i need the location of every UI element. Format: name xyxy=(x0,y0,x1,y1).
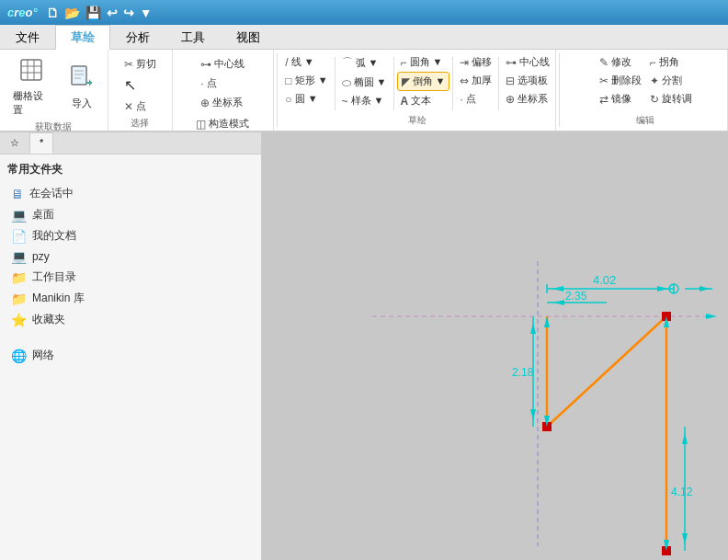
panel-item-pzy[interactable]: 💻 pzy xyxy=(7,246,254,267)
svg-text:2.35: 2.35 xyxy=(565,290,587,303)
group-label-edit: 编辑 xyxy=(568,114,722,129)
workdir-icon: 📁 xyxy=(11,270,27,285)
sketch-div3 xyxy=(452,57,453,110)
ellipse-button[interactable]: ⬭椭圆 ▼ xyxy=(338,74,391,91)
sketch-div2 xyxy=(393,57,394,110)
sketch-col-2: ⌒弧 ▼ ⬭椭圆 ▼ ~样条 ▼ xyxy=(338,53,391,109)
group-edit: ✎修改 ✂删除段 ⇄镜像 ⌐拐角 ✦分割 ↻旋转调 编辑 xyxy=(563,50,728,131)
sketch-col-4: ⇥偏移 ⇔加厚 ·点 xyxy=(456,53,495,108)
coordinate-button[interactable]: ⊕坐标系 xyxy=(197,94,246,111)
option-panel-button[interactable]: ⊟选项板 xyxy=(502,72,553,89)
tab-file[interactable]: 文件 xyxy=(0,25,55,50)
main-area: ☆ * 常用文件夹 🖥 在会话中 💻 桌面 📄 我的文档 💻 pzy 📁 xyxy=(0,132,728,560)
manikin-icon: 📁 xyxy=(11,291,27,306)
open-icon[interactable]: 📂 xyxy=(64,6,80,20)
cross-select-button[interactable]: ✕点 xyxy=(120,97,150,115)
mirror-button[interactable]: ⇄镜像 xyxy=(596,90,635,108)
redo-icon[interactable]: ↪ xyxy=(123,6,134,20)
select-arrow-button[interactable]: ↖ xyxy=(120,74,140,96)
ribbon: 栅格设置 导入 获取数据 ✂ xyxy=(0,50,728,132)
panel-section-title: 常用文件夹 xyxy=(7,162,254,177)
group-get-data: 栅格设置 导入 获取数据 xyxy=(0,50,108,131)
corner-button[interactable]: ⌐拐角 xyxy=(646,53,683,71)
divider1 xyxy=(277,53,278,127)
centerline-button[interactable]: ⊶中心线 xyxy=(197,55,248,73)
svg-rect-5 xyxy=(72,66,86,85)
pzy-icon: 💻 xyxy=(11,249,27,264)
split-button[interactable]: ✦分割 xyxy=(646,72,686,89)
cl-button[interactable]: ⊶中心线 xyxy=(502,53,553,71)
save-icon[interactable]: 💾 xyxy=(85,6,101,20)
new-icon[interactable]: 🗋 xyxy=(46,6,59,20)
panel-item-documents[interactable]: 📄 我的文档 xyxy=(7,225,254,246)
desktop-icon: 💻 xyxy=(11,208,27,223)
rotate-resize-button[interactable]: ↻旋转调 xyxy=(646,90,696,108)
favorites-icon: ⭐ xyxy=(11,313,27,327)
documents-icon: 📄 xyxy=(11,229,27,244)
dot-button[interactable]: ·点 xyxy=(456,90,495,108)
panel-tab-star[interactable]: ☆ xyxy=(0,132,29,154)
point-button[interactable]: ·点 xyxy=(197,74,220,92)
arc-button[interactable]: ⌒弧 ▼ xyxy=(338,53,391,73)
fillet-button[interactable]: ⌐圆角 ▼ xyxy=(397,53,450,71)
coord-sys-button[interactable]: ⊕坐标系 xyxy=(502,90,553,108)
panel-item-manikin[interactable]: 📁 Manikin 库 xyxy=(7,288,254,309)
import-button[interactable]: 导入 xyxy=(62,61,102,114)
svg-text:2.18: 2.18 xyxy=(512,366,534,379)
svg-text:4.12: 4.12 xyxy=(671,486,693,498)
canvas[interactable]: 4.02 2.35 2.18 4.12 xyxy=(262,132,728,560)
cut-button[interactable]: ✂剪切 xyxy=(120,55,160,73)
undo-icon[interactable]: ↩ xyxy=(107,6,118,20)
tab-tools[interactable]: 工具 xyxy=(165,25,221,50)
svg-rect-0 xyxy=(21,60,41,80)
svg-text:4.02: 4.02 xyxy=(593,273,616,287)
group-operations: ✂剪切 ↖ ✕点 选择 xyxy=(108,50,173,131)
panel-item-workdir[interactable]: 📁 工作目录 xyxy=(7,267,254,288)
svg-marker-10 xyxy=(89,79,92,86)
modify-button[interactable]: ✎修改 xyxy=(596,53,635,71)
group-label-operations: 选择 xyxy=(114,117,166,131)
sketch-col-5: ⊶中心线 ⊟选项板 ⊕坐标系 xyxy=(502,53,553,108)
sketch-div4 xyxy=(498,57,499,110)
svg-rect-11 xyxy=(262,132,728,560)
grid-settings-button[interactable]: 栅格设置 xyxy=(6,53,58,120)
group-datum: ⊶中心线 ·点 ⊕坐标系 ◫构造模式 基准 xyxy=(173,50,274,131)
divider2 xyxy=(559,53,560,127)
spline-button[interactable]: ~样条 ▼ xyxy=(338,92,391,109)
drawing-svg: 4.02 2.35 2.18 4.12 xyxy=(262,132,728,560)
more-icon[interactable]: ▼ xyxy=(140,6,153,20)
panel-tabs: ☆ * xyxy=(0,132,261,154)
panel-item-desktop[interactable]: 💻 桌面 xyxy=(7,204,254,225)
sketch-col-1: /线 ▼ □矩形 ▼ ○圆 ▼ xyxy=(281,53,331,108)
network-icon: 🌐 xyxy=(11,349,27,363)
tab-analysis[interactable]: 分析 xyxy=(110,25,165,50)
rectangle-button[interactable]: □矩形 ▼ xyxy=(281,72,331,89)
group-label-sketch: 草绘 xyxy=(286,114,550,129)
construction-mode-button[interactable]: ◫构造模式 xyxy=(192,115,253,132)
panel-tab-active[interactable]: * xyxy=(29,132,53,154)
group-sketch: /线 ▼ □矩形 ▼ ○圆 ▼ ⌒弧 ▼ ⬭椭圆 ▼ ~样条 ▼ xyxy=(280,50,556,131)
chamfer-button[interactable]: ◤倒角 ▼ xyxy=(397,72,450,91)
offset-button[interactable]: ⇥偏移 xyxy=(456,53,495,71)
ribbon-tabs: 文件 草绘 分析 工具 视图 xyxy=(0,25,728,50)
sketch-div1 xyxy=(335,57,336,110)
panel-item-favorites[interactable]: ⭐ 收藏夹 xyxy=(7,309,254,330)
panel-item-network[interactable]: 🌐 网络 xyxy=(7,345,254,366)
left-panel: ☆ * 常用文件夹 🖥 在会话中 💻 桌面 📄 我的文档 💻 pzy 📁 xyxy=(0,132,262,560)
title-bar: creo° 🗋 📂 💾 ↩ ↪ ▼ xyxy=(0,0,728,25)
delete-segment-button[interactable]: ✂删除段 xyxy=(596,72,645,89)
session-icon: 🖥 xyxy=(11,187,24,201)
line-button[interactable]: /线 ▼ xyxy=(281,53,331,71)
thicken-button[interactable]: ⇔加厚 xyxy=(456,72,495,89)
circle-button[interactable]: ○圆 ▼ xyxy=(281,90,331,108)
text-button[interactable]: A文本 xyxy=(397,92,450,109)
tab-view[interactable]: 视图 xyxy=(221,25,276,50)
sketch-col-3: ⌐圆角 ▼ ◤倒角 ▼ A文本 xyxy=(397,53,450,109)
panel-content: 常用文件夹 🖥 在会话中 💻 桌面 📄 我的文档 💻 pzy 📁 工作目录 xyxy=(0,154,261,373)
tab-sketch[interactable]: 草绘 xyxy=(55,25,110,50)
panel-item-session[interactable]: 🖥 在会话中 xyxy=(7,183,254,204)
app-logo: creo° xyxy=(7,6,38,19)
